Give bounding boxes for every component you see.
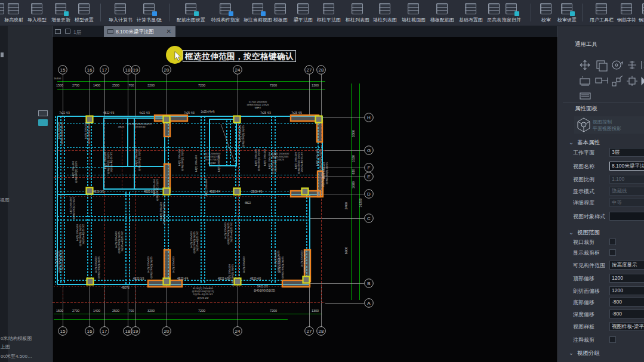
- svg-text:20: 20: [164, 67, 170, 73]
- svg-text:H@B2: H@B2: [208, 162, 217, 165]
- svg-text:7x25 4/5: 7x25 4/5: [291, 112, 302, 115]
- svg-text:2500: 2500: [112, 309, 119, 313]
- svg-text:L4(7) 200x500: L4(7) 200x500: [205, 178, 208, 196]
- svg-text:4B25: 4B25: [118, 125, 125, 128]
- svg-text:@8@200(2) 2@25: @8@200(2) 2@25: [156, 178, 159, 201]
- svg-text:7200: 7200: [198, 83, 205, 87]
- svg-text:6900: 6900: [344, 247, 348, 254]
- svg-text:F: F: [368, 165, 371, 171]
- svg-text:@8@200(2) 2@25: @8@200(2) 2@25: [87, 122, 90, 144]
- svg-text:2B20 4/6: 2B20 4/6: [251, 190, 263, 193]
- svg-text:2@25+4@25 3/2: 2@25+4@25 3/2: [196, 231, 199, 251]
- svg-text:2700: 2700: [72, 309, 79, 313]
- svg-text:4B25 4/4: 4B25 4/4: [177, 277, 189, 280]
- svg-text:27: 27: [307, 67, 312, 73]
- svg-text:19: 19: [133, 329, 138, 334]
- svg-text:1400: 1400: [93, 83, 100, 87]
- svg-text:@8@200(2) 2@25: @8@200(2) 2@25: [75, 160, 78, 183]
- svg-text:@8@200(2) 2@25: @8@200(2) 2@25: [60, 122, 63, 144]
- svg-text:@8@200(2) 2@25: @8@200(2) 2@25: [325, 162, 328, 184]
- svg-text:L4(7) 200x500: L4(7) 200x500: [172, 256, 175, 273]
- svg-text:7200: 7200: [270, 83, 277, 87]
- svg-text:4B23 3/5: 4B23 3/5: [93, 190, 104, 193]
- svg-text:4B20 4/6: 4B20 4/6: [250, 277, 261, 280]
- svg-text:2700: 2700: [72, 83, 79, 87]
- svg-text:2@25+4@25 3/2: 2@25+4@25 3/2: [230, 222, 233, 242]
- svg-text:1500: 1500: [56, 309, 63, 313]
- svg-text:D: D: [367, 191, 371, 197]
- svg-text:E: E: [367, 174, 370, 180]
- svg-text:3x25+(4x4): 3x25+(4x4): [201, 110, 215, 113]
- svg-text:3200: 3200: [147, 309, 155, 313]
- svg-text:H: H: [367, 115, 371, 120]
- svg-text:16400: 16400: [54, 77, 61, 80]
- svg-text:4B23 4/5: 4B23 4/5: [218, 277, 229, 280]
- svg-text:28: 28: [319, 67, 324, 73]
- svg-text:7200: 7200: [198, 309, 205, 313]
- svg-text:@8@200(2) 2@25: @8@200(2) 2@25: [281, 256, 284, 279]
- svg-text:L4(7) 200x500: L4(7) 200x500: [217, 154, 220, 172]
- svg-text:4x22 4/3: 4x22 4/3: [139, 112, 150, 115]
- svg-text:24: 24: [235, 329, 241, 334]
- svg-text:7x25 4/3: 7x25 4/3: [260, 112, 271, 115]
- svg-text:18: 18: [125, 67, 131, 73]
- svg-text:4B07d: 4B07d: [121, 286, 130, 289]
- svg-text:1400: 1400: [93, 309, 100, 313]
- svg-text:16: 16: [87, 329, 93, 334]
- svg-text:L4(7) 200x500: L4(7) 200x500: [195, 154, 198, 172]
- svg-text:20: 20: [164, 329, 170, 334]
- svg-text:1080: 1080: [352, 181, 355, 188]
- svg-text:@8@200(2) 2@25: @8@200(2) 2@25: [138, 148, 141, 171]
- svg-text:C: C: [367, 216, 371, 221]
- svg-text:16200: 16200: [359, 198, 362, 207]
- svg-text:A: A: [367, 301, 371, 306]
- svg-text:830: 830: [352, 169, 355, 174]
- svg-text:4B22: 4B22: [245, 202, 251, 205]
- svg-text:15: 15: [60, 67, 66, 73]
- svg-text:@8@200(2) 2@25: @8@200(2) 2@25: [72, 196, 75, 219]
- svg-text:2@25+4@25 3/2: 2@25+4@25 3/2: [61, 250, 64, 270]
- svg-text:@8@200(2) 2@25: @8@200(2) 2@25: [303, 250, 306, 273]
- svg-text:2@25+4@25 3/2: 2@25+4@25 3/2: [121, 231, 124, 251]
- svg-text:B: B: [367, 281, 370, 286]
- svg-text:24: 24: [235, 67, 241, 73]
- svg-text:28: 28: [319, 329, 324, 334]
- svg-text:15: 15: [60, 329, 66, 334]
- svg-text:17: 17: [102, 329, 107, 334]
- svg-text:19: 19: [133, 67, 138, 73]
- svg-text:700: 700: [128, 309, 134, 313]
- svg-text:5431 2/3: 5431 2/3: [257, 285, 268, 288]
- svg-text:7@3@40: 7@3@40: [134, 125, 146, 128]
- svg-text:700: 700: [128, 83, 134, 87]
- svg-text:3300: 3300: [352, 130, 355, 137]
- svg-text:16: 16: [87, 67, 93, 73]
- svg-text:@40@90/(5@22): @40@90/(5@22): [254, 289, 276, 292]
- svg-text:1300: 1300: [312, 83, 319, 87]
- svg-text:2@25+4@25 3/2: 2@25+4@25 3/2: [82, 224, 85, 244]
- svg-text:4B22 4/3: 4B22 4/3: [103, 112, 115, 115]
- svg-text:L4(7) 200x500: L4(7) 200x500: [242, 256, 245, 273]
- svg-text:@8@200(2) 2@25: @8@200(2) 2@25: [181, 148, 184, 171]
- svg-text:@8@200(2) 2@25: @8@200(2) 2@25: [231, 264, 234, 286]
- svg-text:27: 27: [307, 329, 312, 334]
- svg-text:2@25+4@25 3/2: 2@25+4@25 3/2: [300, 151, 303, 172]
- svg-text:1500: 1500: [56, 83, 63, 87]
- svg-text:3200: 3200: [147, 83, 155, 87]
- svg-text:2@25+4@25 3/2: 2@25+4@25 3/2: [110, 151, 113, 172]
- svg-text:@8@200(2) 2@25: @8@200(2) 2@25: [242, 125, 245, 147]
- svg-text:2500: 2500: [112, 83, 119, 87]
- svg-text:@8@200(2) 2@25: @8@200(2) 2@25: [97, 256, 100, 279]
- svg-text:7200: 7200: [270, 309, 277, 313]
- svg-text:@8@200(2) 2@25: @8@200(2) 2@25: [162, 202, 165, 224]
- svg-text:@8@200(2) 2@25: @8@200(2) 2@25: [257, 148, 260, 171]
- svg-text:2@25+4@25 3/2: 2@25+4@25 3/2: [274, 151, 277, 172]
- svg-text:G: G: [367, 148, 371, 153]
- svg-text:7x22 4/3: 7x22 4/3: [59, 112, 70, 115]
- svg-text:1300: 1300: [312, 309, 319, 313]
- svg-text:2@25: 2@25: [277, 158, 284, 161]
- svg-text:18: 18: [125, 329, 131, 334]
- svg-text:2400: 2400: [344, 202, 348, 209]
- svg-text:@8@200(2) 2@25: @8@200(2) 2@25: [150, 256, 153, 279]
- svg-text:17: 17: [102, 67, 107, 73]
- svg-text:6BF2: 6BF2: [255, 106, 261, 109]
